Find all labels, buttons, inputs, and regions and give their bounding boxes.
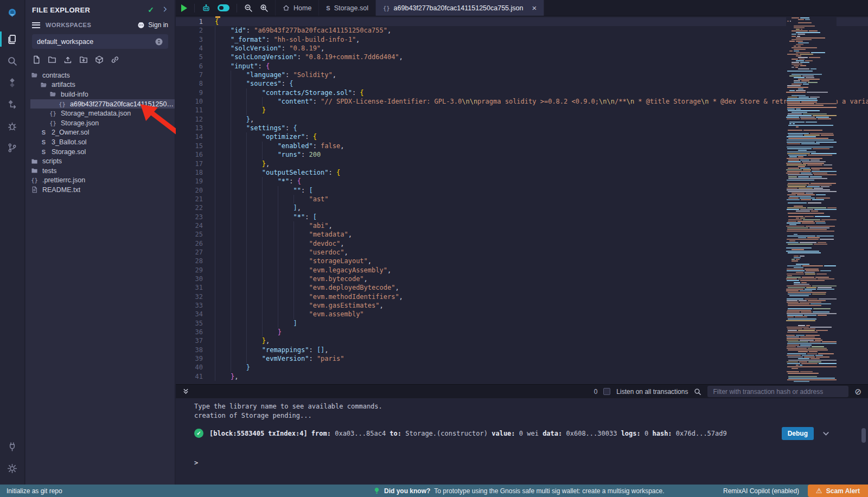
tree-item-storage-json[interactable]: {}Storage.json bbox=[30, 118, 175, 128]
zoom-in-icon[interactable] bbox=[260, 4, 269, 12]
tab-label: Storage.sol bbox=[334, 4, 368, 12]
remix-ide-window: FILE EXPLORER ✓ WORKSPACES Sign in defau… bbox=[0, 0, 868, 497]
tree-item-storage-sol[interactable]: SStorage.sol bbox=[30, 147, 175, 157]
tree-item-contracts[interactable]: contracts bbox=[30, 71, 175, 80]
tree-item-2-owner-sol[interactable]: S2_Owner.sol bbox=[30, 128, 175, 138]
code-line-9: 9"contracts/Storage.sol": { bbox=[176, 88, 868, 97]
terminal-prompt[interactable]: > bbox=[194, 459, 198, 467]
import-link-icon[interactable] bbox=[111, 55, 119, 64]
json-file-icon: {} bbox=[49, 120, 57, 126]
terminal-output[interactable]: Type the library name to see available c… bbox=[176, 398, 868, 485]
json-file-icon: {} bbox=[383, 5, 390, 11]
terminal-expand-icon[interactable] bbox=[182, 388, 189, 395]
code-line-12: 12}, bbox=[176, 115, 868, 124]
tree-item-storage-metadata-json[interactable]: {}Storage_metadata.json bbox=[30, 109, 175, 118]
code-line-11: 11} bbox=[176, 106, 868, 114]
ipfs-box-icon[interactable] bbox=[95, 55, 104, 64]
transaction-count: 0 bbox=[594, 388, 598, 396]
transaction-log-row[interactable]: ✓ [block:5583405 txIndex:4] from: 0xa03.… bbox=[194, 429, 727, 438]
json-file-icon: {} bbox=[49, 110, 57, 117]
code-line-30: 30"evm.bytecode", bbox=[176, 275, 868, 283]
clear-filter-icon[interactable]: ⊘ bbox=[854, 387, 861, 396]
icon-rail bbox=[0, 0, 25, 485]
workspaces-label: WORKSPACES bbox=[46, 22, 137, 28]
cursor-mark bbox=[215, 16, 220, 18]
tree-item-3-ballot-sol[interactable]: S3_Ballot.sol bbox=[30, 137, 175, 147]
code-line-38: 38"remappings": [], bbox=[176, 346, 868, 354]
transaction-filter-input[interactable] bbox=[707, 386, 848, 397]
copilot-status[interactable]: RemixAI Copilot (enabled) bbox=[723, 487, 799, 495]
json-file-icon: {} bbox=[30, 177, 39, 183]
terminal-scrollbar[interactable] bbox=[861, 428, 866, 443]
tree-item-scripts[interactable]: scripts bbox=[30, 156, 175, 166]
search-icon[interactable] bbox=[694, 388, 701, 396]
tree-item-a69b43f277ba20fcac141151250ca755-json[interactable]: {}a69b43f277ba20fcac141151250ca755.json bbox=[30, 99, 175, 109]
tx-success-icon: ✓ bbox=[194, 429, 203, 438]
file-explorer-icon[interactable] bbox=[0, 28, 25, 50]
stepper-icon[interactable] bbox=[155, 37, 163, 46]
github-icon bbox=[137, 21, 145, 29]
copilot-toggle[interactable] bbox=[218, 4, 229, 11]
debugger-icon[interactable] bbox=[0, 115, 25, 137]
run-script-button[interactable] bbox=[181, 4, 187, 12]
tree-item-label: Storage.sol bbox=[52, 148, 86, 156]
tab-storage-sol[interactable]: SStorage.sol bbox=[319, 0, 376, 16]
code-editor[interactable]: 1{2"id": "a69b43f277ba20fcac141151250ca7… bbox=[176, 16, 868, 384]
code-line-6: 6"input": { bbox=[176, 62, 868, 71]
tree-item-tests[interactable]: tests bbox=[30, 166, 175, 176]
code-line-1: 1{ bbox=[176, 17, 868, 26]
tab-home[interactable]: Home bbox=[275, 0, 319, 16]
solidity-compiler-icon[interactable] bbox=[0, 72, 25, 93]
code-line-31: 31"evm.deployedBytecode", bbox=[176, 283, 868, 292]
panel-title: FILE EXPLORER bbox=[32, 6, 148, 14]
settings-icon[interactable] bbox=[0, 457, 25, 479]
code-line-23: 23"*": [ bbox=[176, 213, 868, 221]
tree-item-readme-txt[interactable]: README.txt bbox=[30, 185, 175, 195]
code-line-27: 27"userdoc", bbox=[176, 248, 868, 257]
tree-item-label: build-info bbox=[61, 91, 88, 98]
github-sign-in[interactable]: Sign in bbox=[137, 21, 168, 29]
workspaces-menu-icon[interactable] bbox=[32, 22, 40, 28]
tx-expand-icon[interactable] bbox=[822, 430, 830, 438]
close-tab-icon[interactable]: × bbox=[532, 4, 537, 12]
tree-item-build-info[interactable]: build-info bbox=[30, 90, 175, 99]
new-file-icon[interactable] bbox=[32, 55, 41, 64]
search-icon[interactable] bbox=[0, 50, 25, 72]
code-line-17: 17}, bbox=[176, 160, 868, 168]
zoom-out-icon[interactable] bbox=[244, 4, 253, 12]
code-line-5: 5"solcLongVersion": "0.8.19+commit.7dd6d… bbox=[176, 53, 868, 61]
status-bar: Initialize as git repo Did you know? To … bbox=[0, 485, 868, 497]
remix-logo-icon[interactable] bbox=[2, 2, 23, 24]
plugin-manager-icon[interactable] bbox=[0, 436, 25, 457]
listen-all-label: Listen on all transactions bbox=[616, 388, 688, 396]
chevron-right-icon[interactable] bbox=[162, 5, 168, 15]
solidity-file-icon: S bbox=[40, 139, 48, 145]
minimap[interactable] bbox=[786, 17, 837, 384]
tree-item--prettierrc-json[interactable]: {}.prettierrc.json bbox=[30, 176, 175, 186]
code-line-41: 41}, bbox=[176, 372, 868, 381]
folder-icon bbox=[30, 167, 39, 174]
git-icon[interactable] bbox=[0, 137, 25, 158]
tab-a69b43f277ba20fcac141151250ca755-json[interactable]: {}a69b43f277ba20fcac141151250ca755.json× bbox=[376, 0, 544, 16]
solidity-file-icon: S bbox=[326, 5, 330, 11]
code-line-18: 18"outputSelection": { bbox=[176, 168, 868, 177]
workspace-name: default_workspace bbox=[37, 38, 155, 46]
ai-assistant-icon[interactable] bbox=[202, 4, 210, 12]
code-line-21: 21"ast" bbox=[176, 195, 868, 203]
debug-button[interactable]: Debug bbox=[782, 427, 814, 440]
editor-area: HomeSStorage.sol{}a69b43f277ba20fcac1411… bbox=[176, 0, 868, 485]
git-init-status[interactable]: Initialize as git repo bbox=[0, 487, 62, 495]
new-folder-icon[interactable] bbox=[48, 55, 56, 64]
tree-item-artifacts[interactable]: artifacts bbox=[30, 80, 175, 90]
upload-file-icon[interactable] bbox=[63, 55, 72, 64]
file-explorer-panel: FILE EXPLORER ✓ WORKSPACES Sign in defau… bbox=[25, 0, 175, 485]
code-line-32: 32"evm.methodIdentifiers", bbox=[176, 292, 868, 301]
upload-folder-icon[interactable] bbox=[79, 55, 88, 64]
listen-all-checkbox[interactable] bbox=[603, 388, 610, 395]
workspace-select[interactable]: default_workspace bbox=[32, 34, 168, 49]
json-file-icon: {} bbox=[58, 101, 66, 107]
code-line-36: 36} bbox=[176, 328, 868, 336]
deploy-run-icon[interactable] bbox=[0, 93, 25, 115]
scam-alert-badge[interactable]: ⚠ Scam Alert bbox=[808, 485, 868, 497]
folder-open-icon bbox=[49, 91, 57, 98]
